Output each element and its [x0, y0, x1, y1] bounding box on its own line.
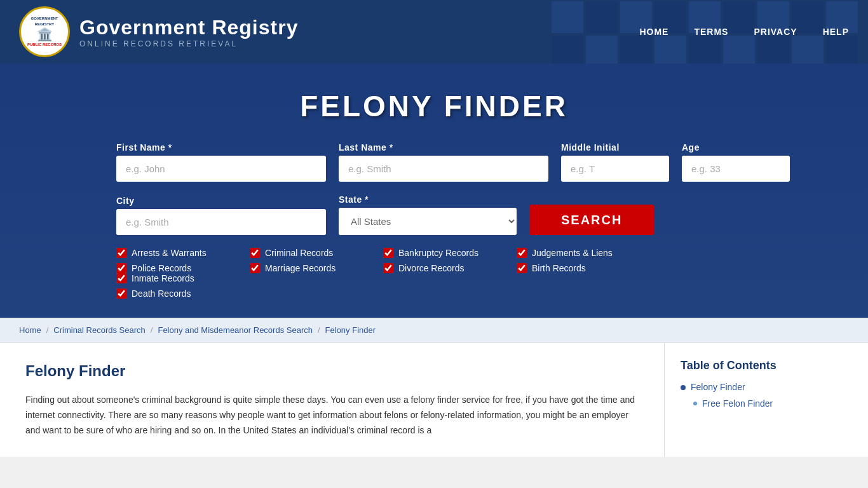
checkbox-col-4: Judgements & Liens Birth Records [517, 248, 637, 273]
tile [723, 36, 755, 64]
breadcrumb-criminal-records[interactable]: Criminal Records Search [53, 325, 146, 335]
breadcrumb-sep-2: / [151, 325, 153, 335]
checkbox-col-5: Inmate Records Death Records [116, 273, 237, 299]
checkbox-bankruptcy-records[interactable]: Bankruptcy Records [383, 248, 504, 258]
checkbox-arrests-warrants-input[interactable] [116, 248, 126, 258]
checkbox-criminal-records-input[interactable] [250, 248, 260, 258]
hero-section: FELONY FINDER First Name * Last Name * M… [0, 64, 868, 318]
building-icon: 🏛️ [21, 27, 68, 42]
breadcrumb-felony-finder[interactable]: Felony Finder [325, 325, 376, 335]
checkbox-bankruptcy-records-input[interactable] [383, 248, 393, 258]
checkbox-col-3: Bankruptcy Records Divorce Records [383, 248, 504, 273]
state-select[interactable]: All States Alabama Alaska Arizona Arkans… [339, 208, 517, 235]
checkbox-divorce-records-label: Divorce Records [398, 263, 464, 273]
checkbox-police-records-input[interactable] [116, 263, 126, 273]
tile [757, 36, 789, 64]
toc-item-1: Felony Finder [681, 382, 852, 392]
city-label: City [116, 196, 326, 206]
checkbox-judgements-liens[interactable]: Judgements & Liens [517, 248, 637, 258]
search-form: First Name * Last Name * Middle Initial … [116, 142, 752, 299]
breadcrumb-sep-3: / [318, 325, 320, 335]
form-row-2: City State * All States Alabama Alaska A… [116, 194, 752, 235]
checkbox-criminal-records-label: Criminal Records [265, 248, 333, 258]
checkbox-death-records[interactable]: Death Records [116, 288, 237, 299]
toc-item-2: Free Felon Finder [693, 398, 852, 409]
hero-content: FELONY FINDER First Name * Last Name * M… [64, 89, 804, 299]
sidebar: Table of Contents Felony Finder Free Fel… [665, 343, 868, 457]
middle-initial-label: Middle Initial [561, 142, 669, 152]
middle-initial-group: Middle Initial [561, 142, 669, 182]
checkbox-birth-records-label: Birth Records [532, 263, 586, 273]
checkbox-inmate-records-label: Inmate Records [132, 273, 194, 283]
article-section: Felony Finder Finding out about someone'… [0, 343, 665, 457]
checkbox-marriage-records-label: Marriage Records [265, 263, 336, 273]
logo-text-top: GOVERNMENT REGISTRY [31, 17, 58, 25]
toc-dot-1 [681, 385, 686, 390]
checkbox-criminal-records[interactable]: Criminal Records [250, 248, 370, 258]
toc-link-free-felon-finder[interactable]: Free Felon Finder [702, 398, 773, 409]
checkbox-birth-records[interactable]: Birth Records [517, 263, 637, 273]
toc-link-felony-finder[interactable]: Felony Finder [691, 382, 745, 392]
tile [654, 36, 686, 64]
toc-dot-2 [693, 402, 697, 405]
checkbox-inmate-records[interactable]: Inmate Records [116, 273, 237, 283]
breadcrumb-felony-misdemeanor[interactable]: Felony and Misdemeanor Records Search [158, 325, 313, 335]
site-tagline: ONLINE RECORDS RETRIEVAL [79, 39, 298, 48]
last-name-group: Last Name * [339, 142, 548, 182]
breadcrumb-home[interactable]: Home [19, 325, 41, 335]
age-group: Age [682, 142, 790, 182]
last-name-label: Last Name * [339, 142, 548, 152]
city-group: City [116, 196, 326, 235]
checkbox-judgements-liens-input[interactable] [517, 248, 527, 258]
nav-home[interactable]: HOME [639, 27, 668, 37]
checkbox-arrests-warrants-label: Arrests & Warrants [132, 248, 207, 258]
checkbox-police-records[interactable]: Police Records [116, 263, 237, 273]
logo-inner: GOVERNMENT REGISTRY 🏛️ PUBLIC RECORDS [21, 16, 68, 47]
nav-privacy[interactable]: PRIVACY [754, 27, 797, 37]
checkbox-inmate-records-input[interactable] [116, 273, 126, 283]
checkbox-death-records-input[interactable] [116, 288, 126, 299]
form-row-1: First Name * Last Name * Middle Initial … [116, 142, 752, 182]
checkbox-judgements-liens-label: Judgements & Liens [532, 248, 613, 258]
city-input[interactable] [116, 209, 326, 235]
tile [552, 36, 583, 64]
site-title: Government Registry ONLINE RECORDS RETRI… [79, 16, 298, 48]
logo-circle: GOVERNMENT REGISTRY 🏛️ PUBLIC RECORDS [19, 6, 70, 57]
hero-title: FELONY FINDER [64, 89, 804, 123]
first-name-group: First Name * [116, 142, 326, 182]
tile [826, 36, 858, 64]
main-nav: HOME TERMS PRIVACY HELP [639, 27, 849, 37]
nav-terms[interactable]: TERMS [694, 27, 728, 37]
first-name-input[interactable] [116, 156, 326, 182]
state-group: State * All States Alabama Alaska Arizon… [339, 194, 517, 235]
checkbox-bankruptcy-records-label: Bankruptcy Records [398, 248, 478, 258]
checkbox-marriage-records[interactable]: Marriage Records [250, 263, 370, 273]
tile [586, 1, 618, 33]
checkbox-divorce-records[interactable]: Divorce Records [383, 263, 504, 273]
last-name-input[interactable] [339, 156, 548, 182]
tile [689, 36, 721, 64]
site-name: Government Registry [79, 16, 298, 39]
middle-initial-input[interactable] [561, 156, 669, 182]
first-name-label: First Name * [116, 142, 326, 152]
state-label: State * [339, 194, 517, 205]
checkbox-col-1: Arrests & Warrants Police Records [116, 248, 237, 273]
breadcrumb: Home / Criminal Records Search / Felony … [0, 318, 868, 343]
checkbox-arrests-warrants[interactable]: Arrests & Warrants [116, 248, 237, 258]
main-content: Felony Finder Finding out about someone'… [0, 343, 868, 457]
checkbox-death-records-label: Death Records [132, 288, 191, 299]
checkbox-divorce-records-input[interactable] [383, 263, 393, 273]
search-button[interactable]: SEARCH [529, 205, 654, 235]
nav-help[interactable]: HELP [823, 27, 849, 37]
logo-text-bottom: PUBLIC RECORDS [27, 43, 62, 46]
checkbox-marriage-records-input[interactable] [250, 263, 260, 273]
tile [792, 36, 824, 64]
age-input[interactable] [682, 156, 790, 182]
breadcrumb-sep-1: / [46, 325, 49, 335]
tile [586, 36, 618, 64]
tile [552, 1, 583, 33]
checkbox-section: Arrests & Warrants Police Records Crimin… [116, 248, 752, 299]
toc-title: Table of Contents [681, 359, 852, 372]
checkbox-birth-records-input[interactable] [517, 263, 527, 273]
site-header: GOVERNMENT REGISTRY 🏛️ PUBLIC RECORDS Go… [0, 0, 868, 64]
